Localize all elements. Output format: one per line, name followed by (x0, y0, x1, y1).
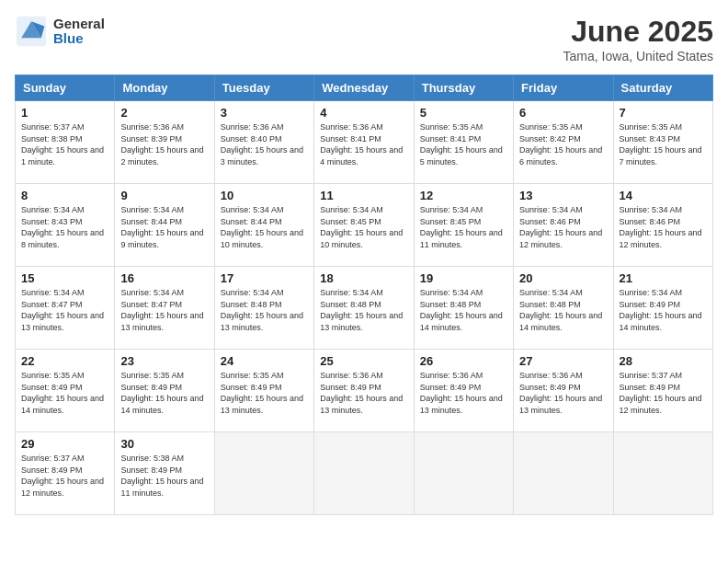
calendar-cell (314, 432, 414, 515)
calendar-cell: 19Sunrise: 5:34 AMSunset: 8:48 PMDayligh… (414, 267, 513, 350)
logo-blue: Blue (53, 31, 105, 47)
calendar-cell: 9Sunrise: 5:34 AMSunset: 8:44 PMDaylight… (115, 184, 214, 267)
day-info: Sunrise: 5:35 AMSunset: 8:41 PMDaylight:… (420, 121, 507, 167)
day-info: Sunrise: 5:34 AMSunset: 8:45 PMDaylight:… (320, 204, 407, 250)
calendar-cell: 24Sunrise: 5:35 AMSunset: 8:49 PMDayligh… (214, 350, 313, 432)
calendar-cell: 3Sunrise: 5:36 AMSunset: 8:40 PMDaylight… (214, 101, 313, 184)
day-number: 2 (120, 106, 208, 120)
day-number: 5 (420, 106, 507, 120)
logo-icon (15, 15, 48, 48)
calendar-cell: 26Sunrise: 5:36 AMSunset: 8:49 PMDayligh… (414, 350, 513, 432)
calendar-cell (514, 432, 613, 515)
day-info: Sunrise: 5:36 AMSunset: 8:49 PMDaylight:… (320, 370, 407, 416)
day-number: 1 (21, 106, 108, 120)
day-info: Sunrise: 5:36 AMSunset: 8:39 PMDaylight:… (120, 121, 208, 167)
header-sunday: Sunday (16, 75, 115, 101)
day-number: 3 (221, 106, 308, 120)
day-info: Sunrise: 5:34 AMSunset: 8:44 PMDaylight:… (120, 204, 208, 250)
calendar-cell: 28Sunrise: 5:37 AMSunset: 8:49 PMDayligh… (613, 350, 712, 432)
calendar-week-row: 1Sunrise: 5:37 AMSunset: 8:38 PMDaylight… (16, 101, 713, 184)
calendar-cell: 6Sunrise: 5:35 AMSunset: 8:42 PMDaylight… (514, 101, 613, 184)
calendar-week-row: 8Sunrise: 5:34 AMSunset: 8:43 PMDaylight… (16, 184, 713, 267)
day-info: Sunrise: 5:36 AMSunset: 8:49 PMDaylight:… (420, 370, 507, 416)
day-info: Sunrise: 5:34 AMSunset: 8:43 PMDaylight:… (21, 204, 108, 250)
day-info: Sunrise: 5:35 AMSunset: 8:42 PMDaylight:… (519, 121, 607, 167)
day-info: Sunrise: 5:34 AMSunset: 8:48 PMDaylight:… (221, 287, 308, 333)
day-number: 14 (620, 189, 707, 202)
day-info: Sunrise: 5:34 AMSunset: 8:48 PMDaylight:… (420, 287, 507, 333)
day-number: 24 (221, 354, 308, 368)
day-info: Sunrise: 5:36 AMSunset: 8:49 PMDaylight:… (519, 370, 607, 416)
calendar-cell: 23Sunrise: 5:35 AMSunset: 8:49 PMDayligh… (115, 350, 214, 432)
day-info: Sunrise: 5:34 AMSunset: 8:47 PMDaylight:… (120, 287, 208, 333)
calendar-cell: 25Sunrise: 5:36 AMSunset: 8:49 PMDayligh… (314, 350, 414, 432)
day-number: 10 (221, 189, 308, 202)
day-number: 17 (221, 271, 308, 285)
calendar-cell: 11Sunrise: 5:34 AMSunset: 8:45 PMDayligh… (314, 184, 414, 267)
day-info: Sunrise: 5:35 AMSunset: 8:43 PMDaylight:… (620, 121, 707, 167)
page-header: General Blue June 2025 Tama, Iowa, Unite… (15, 15, 713, 63)
day-info: Sunrise: 5:37 AMSunset: 8:49 PMDaylight:… (620, 370, 707, 416)
day-info: Sunrise: 5:35 AMSunset: 8:49 PMDaylight:… (21, 370, 108, 416)
day-info: Sunrise: 5:38 AMSunset: 8:49 PMDaylight:… (120, 453, 208, 499)
day-number: 26 (420, 354, 507, 368)
calendar-cell: 1Sunrise: 5:37 AMSunset: 8:38 PMDaylight… (16, 101, 115, 184)
day-info: Sunrise: 5:34 AMSunset: 8:48 PMDaylight:… (320, 287, 407, 333)
calendar-cell (414, 432, 513, 515)
day-number: 9 (120, 189, 208, 202)
calendar-subtitle: Tama, Iowa, United States (563, 49, 713, 63)
day-number: 30 (120, 437, 208, 451)
calendar-table: SundayMondayTuesdayWednesdayThursdayFrid… (15, 75, 713, 515)
day-info: Sunrise: 5:34 AMSunset: 8:46 PMDaylight:… (620, 204, 707, 250)
calendar-week-row: 22Sunrise: 5:35 AMSunset: 8:49 PMDayligh… (16, 350, 713, 432)
day-info: Sunrise: 5:34 AMSunset: 8:47 PMDaylight:… (21, 287, 108, 333)
day-number: 11 (320, 189, 407, 202)
calendar-cell (613, 432, 712, 515)
day-info: Sunrise: 5:34 AMSunset: 8:46 PMDaylight:… (519, 204, 607, 250)
header-saturday: Saturday (613, 75, 712, 101)
calendar-cell: 22Sunrise: 5:35 AMSunset: 8:49 PMDayligh… (16, 350, 115, 432)
calendar-cell: 15Sunrise: 5:34 AMSunset: 8:47 PMDayligh… (16, 267, 115, 350)
calendar-cell: 5Sunrise: 5:35 AMSunset: 8:41 PMDaylight… (414, 101, 513, 184)
day-info: Sunrise: 5:36 AMSunset: 8:41 PMDaylight:… (320, 121, 407, 167)
title-section: June 2025 Tama, Iowa, United States (563, 15, 713, 63)
header-friday: Friday (514, 75, 613, 101)
calendar-cell: 14Sunrise: 5:34 AMSunset: 8:46 PMDayligh… (613, 184, 712, 267)
day-number: 27 (519, 354, 607, 368)
calendar-cell: 30Sunrise: 5:38 AMSunset: 8:49 PMDayligh… (115, 432, 214, 515)
header-monday: Monday (115, 75, 214, 101)
day-info: Sunrise: 5:34 AMSunset: 8:49 PMDaylight:… (620, 287, 707, 333)
day-info: Sunrise: 5:34 AMSunset: 8:44 PMDaylight:… (221, 204, 308, 250)
day-number: 21 (620, 271, 707, 285)
day-info: Sunrise: 5:34 AMSunset: 8:48 PMDaylight:… (519, 287, 607, 333)
logo: General Blue (15, 15, 105, 48)
day-number: 4 (320, 106, 407, 120)
header-tuesday: Tuesday (214, 75, 313, 101)
day-number: 16 (120, 271, 208, 285)
day-number: 23 (120, 354, 208, 368)
day-info: Sunrise: 5:35 AMSunset: 8:49 PMDaylight:… (221, 370, 308, 416)
day-info: Sunrise: 5:34 AMSunset: 8:45 PMDaylight:… (420, 204, 507, 250)
day-number: 7 (620, 106, 707, 120)
day-number: 8 (21, 189, 108, 202)
header-wednesday: Wednesday (314, 75, 414, 101)
calendar-cell: 27Sunrise: 5:36 AMSunset: 8:49 PMDayligh… (514, 350, 613, 432)
day-info: Sunrise: 5:37 AMSunset: 8:49 PMDaylight:… (21, 453, 108, 499)
day-number: 19 (420, 271, 507, 285)
day-info: Sunrise: 5:37 AMSunset: 8:38 PMDaylight:… (21, 121, 108, 167)
day-info: Sunrise: 5:35 AMSunset: 8:49 PMDaylight:… (120, 370, 208, 416)
calendar-cell: 21Sunrise: 5:34 AMSunset: 8:49 PMDayligh… (613, 267, 712, 350)
calendar-cell: 16Sunrise: 5:34 AMSunset: 8:47 PMDayligh… (115, 267, 214, 350)
day-number: 13 (519, 189, 607, 202)
calendar-cell: 29Sunrise: 5:37 AMSunset: 8:49 PMDayligh… (16, 432, 115, 515)
day-number: 22 (21, 354, 108, 368)
calendar-cell: 13Sunrise: 5:34 AMSunset: 8:46 PMDayligh… (514, 184, 613, 267)
day-number: 25 (320, 354, 407, 368)
day-number: 6 (519, 106, 607, 120)
calendar-cell (214, 432, 313, 515)
calendar-cell: 7Sunrise: 5:35 AMSunset: 8:43 PMDaylight… (613, 101, 712, 184)
calendar-week-row: 29Sunrise: 5:37 AMSunset: 8:49 PMDayligh… (16, 432, 713, 515)
calendar-header-row: SundayMondayTuesdayWednesdayThursdayFrid… (16, 75, 713, 101)
day-info: Sunrise: 5:36 AMSunset: 8:40 PMDaylight:… (221, 121, 308, 167)
calendar-week-row: 15Sunrise: 5:34 AMSunset: 8:47 PMDayligh… (16, 267, 713, 350)
